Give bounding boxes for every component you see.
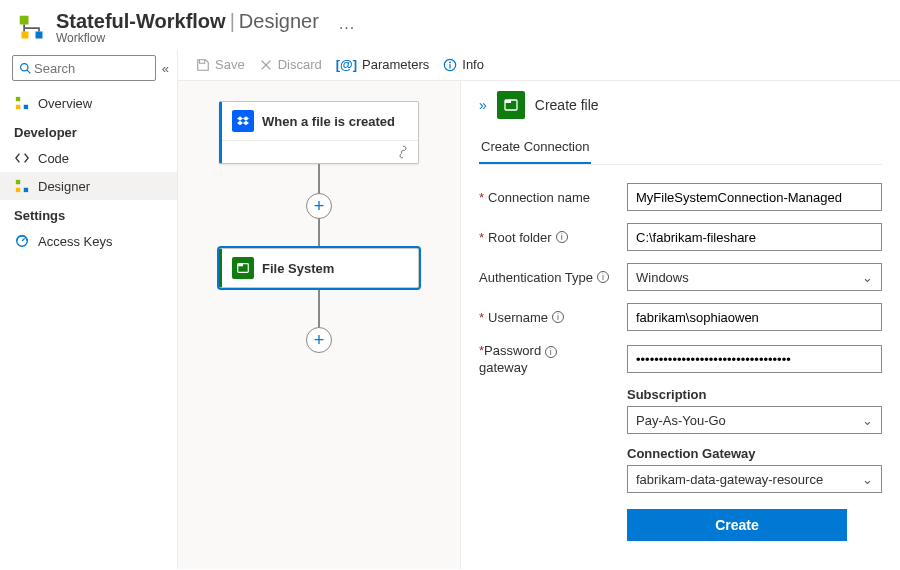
search-icon xyxy=(19,62,32,75)
search-box[interactable] xyxy=(12,55,156,81)
svg-rect-6 xyxy=(16,105,20,109)
dropbox-icon xyxy=(232,110,254,132)
svg-point-3 xyxy=(21,63,28,70)
connection-form: *Connection name *Root folder i Authenti… xyxy=(479,183,882,541)
connector-line xyxy=(318,164,320,194)
svg-rect-18 xyxy=(505,100,511,103)
toolbar-label: Discard xyxy=(278,57,322,72)
nav-label: Overview xyxy=(38,96,92,111)
save-button[interactable]: Save xyxy=(196,57,245,72)
svg-rect-7 xyxy=(24,105,28,109)
connection-name-input[interactable] xyxy=(627,183,882,211)
svg-rect-1 xyxy=(22,31,29,38)
root-folder-input[interactable] xyxy=(627,223,882,251)
toolbar-label: Info xyxy=(462,57,484,72)
parameters-icon: [@] xyxy=(336,57,357,72)
toolbar-label: Save xyxy=(215,57,245,72)
nav-label: Code xyxy=(38,151,69,166)
svg-rect-0 xyxy=(20,15,29,24)
nav-item-access-keys[interactable]: Access Keys xyxy=(0,227,177,255)
info-icon xyxy=(443,58,457,72)
info-icon[interactable]: i xyxy=(556,231,568,243)
nav-label: Designer xyxy=(38,179,90,194)
nav-label: Access Keys xyxy=(38,234,112,249)
info-icon[interactable]: i xyxy=(552,311,564,323)
connection-icon[interactable] xyxy=(396,145,410,159)
username-input[interactable] xyxy=(627,303,882,331)
nav-item-overview[interactable]: Overview xyxy=(0,89,177,117)
label-subscription: Subscription xyxy=(627,387,882,402)
chevron-down-icon: ⌄ xyxy=(862,413,873,428)
discard-icon xyxy=(259,58,273,72)
svg-rect-5 xyxy=(16,97,20,101)
panel-title: Create file xyxy=(535,97,599,113)
subscription-select[interactable]: Pay-As-You-Go⌄ xyxy=(627,406,882,434)
sidebar: « Overview Developer Code Designer Setti… xyxy=(0,49,178,569)
nav-item-code[interactable]: Code xyxy=(0,144,177,172)
create-button[interactable]: Create xyxy=(627,509,847,541)
add-step-button[interactable]: + xyxy=(306,327,332,353)
add-step-button[interactable]: + xyxy=(306,193,332,219)
file-system-icon xyxy=(232,257,254,279)
page-subtitle: Workflow xyxy=(56,31,319,45)
card-title: When a file is created xyxy=(262,114,395,129)
page-title: Stateful-Workflow|Designer xyxy=(56,10,319,33)
action-config-panel: » Create file Create Connection *Connect… xyxy=(460,81,900,569)
card-title: File System xyxy=(262,261,334,276)
collapse-panel-button[interactable]: » xyxy=(479,97,487,113)
page-header: Stateful-Workflow|Designer Workflow ··· xyxy=(0,0,900,49)
svg-point-13 xyxy=(449,61,451,63)
nav-section-developer: Developer xyxy=(0,117,177,144)
page-section: Designer xyxy=(239,10,319,32)
svg-rect-16 xyxy=(238,264,243,267)
label-connection-gateway: Connection Gateway xyxy=(627,446,882,461)
nav-section-settings: Settings xyxy=(0,200,177,227)
trigger-card[interactable]: When a file is created xyxy=(219,101,419,164)
svg-line-4 xyxy=(27,70,30,73)
save-icon xyxy=(196,58,210,72)
label-connection-name: *Connection name xyxy=(479,190,617,205)
toolbar-label: Parameters xyxy=(362,57,429,72)
file-system-icon xyxy=(497,91,525,119)
toolbar: Save Discard [@] Parameters Info xyxy=(178,49,900,81)
access-keys-icon xyxy=(14,233,30,249)
workflow-logo-icon xyxy=(18,14,46,42)
connector-line xyxy=(318,288,320,328)
label-auth-type: Authentication Type i xyxy=(479,270,617,285)
parameters-button[interactable]: [@] Parameters xyxy=(336,57,430,72)
action-card-file-system[interactable]: File System xyxy=(219,248,419,288)
svg-rect-9 xyxy=(16,188,20,192)
workflow-name: Stateful-Workflow xyxy=(56,10,226,32)
collapse-sidebar-button[interactable]: « xyxy=(162,61,169,76)
svg-rect-2 xyxy=(36,31,43,38)
designer-canvas[interactable]: When a file is created + File System + xyxy=(178,81,460,569)
connection-gateway-select[interactable]: fabrikam-data-gateway-resource⌄ xyxy=(627,465,882,493)
connector-line xyxy=(318,218,320,248)
svg-rect-14 xyxy=(450,64,451,68)
code-icon xyxy=(14,150,30,166)
tab-create-connection[interactable]: Create Connection xyxy=(479,133,591,164)
password-input[interactable] xyxy=(627,345,882,373)
info-button[interactable]: Info xyxy=(443,57,484,72)
chevron-down-icon: ⌄ xyxy=(862,472,873,487)
discard-button[interactable]: Discard xyxy=(259,57,322,72)
info-icon[interactable]: i xyxy=(597,271,609,283)
overview-icon xyxy=(14,95,30,111)
more-button[interactable]: ··· xyxy=(339,19,355,37)
svg-rect-10 xyxy=(24,188,28,192)
label-root-folder: *Root folder i xyxy=(479,230,617,245)
info-icon[interactable]: i xyxy=(545,346,557,358)
label-password-gateway: *Password i gateway xyxy=(479,343,617,375)
label-username: *Username i xyxy=(479,310,617,325)
panel-tabs: Create Connection xyxy=(479,133,882,165)
svg-rect-8 xyxy=(16,180,20,184)
auth-type-select[interactable]: Windows⌄ xyxy=(627,263,882,291)
designer-icon xyxy=(14,178,30,194)
search-input[interactable] xyxy=(32,60,149,77)
chevron-down-icon: ⌄ xyxy=(862,270,873,285)
nav-item-designer[interactable]: Designer xyxy=(0,172,177,200)
